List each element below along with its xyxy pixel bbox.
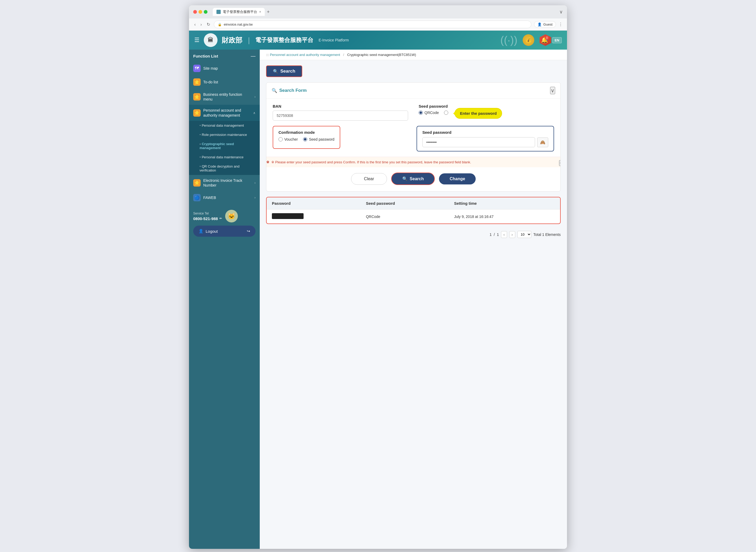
seed-pwd-input-label: Seed password <box>422 130 548 135</box>
address-security-icon: 🔒 <box>218 23 222 26</box>
search-form-panel: 🔍 Search Form ∨ BAN <box>266 82 561 191</box>
sidebar-footer: Service Tel 0800-521-988 ✏ 🐱 👤 Logout ↪ <box>189 204 260 239</box>
breadcrumb-parent-link[interactable]: Personnel account and authority manageme… <box>270 53 340 57</box>
radio-qrcode-input[interactable] <box>419 111 423 115</box>
ban-input[interactable] <box>273 111 408 121</box>
app-header: ☰ 🏛 財政部 ｜ 電子發票整合服務平台 E-Invoice Platform … <box>189 31 567 49</box>
search-tab-label: Search <box>280 68 295 74</box>
radio-voucher-input[interactable] <box>278 137 283 141</box>
address-text: einvoice.nat.gov.tw <box>224 22 253 26</box>
back-btn[interactable]: ‹ <box>193 21 197 28</box>
header-divider: ｜ <box>246 36 252 45</box>
hamburger-menu-icon[interactable]: ☰ <box>194 37 200 43</box>
window-controls <box>193 10 208 14</box>
col-setting-time: Setting time <box>449 197 560 210</box>
radio-seed-input[interactable] <box>303 137 307 141</box>
radio-qrcode-label[interactable]: QRCode <box>419 111 439 115</box>
tab-close-btn[interactable]: × <box>259 10 261 14</box>
page-total-pages: 1 <box>497 233 499 237</box>
close-window-btn[interactable] <box>193 10 197 14</box>
sidebar-item-sitemap[interactable]: 🗺 Site map <box>189 61 260 75</box>
browser-window: 電子發票整合服務平台 × + ∨ ‹ › ↻ 🔒 einvoice.nat.go… <box>189 5 567 549</box>
personnel-arrow-icon: ∧ <box>253 111 256 115</box>
browser-user-profile[interactable]: 👤 Guest <box>534 21 556 28</box>
address-bar[interactable]: 🔒 einvoice.nat.gov.tw <box>214 21 532 28</box>
coin-decoration: 💰 <box>523 34 534 46</box>
wifi-decoration-icon: ((·)) <box>500 34 517 46</box>
sitemap-icon: 🗺 <box>193 64 201 72</box>
minimize-window-btn[interactable] <box>199 10 202 14</box>
header-title-group: 財政部 ｜ 電子發票整合服務平台 E-Invoice Platform <box>222 36 349 45</box>
search-button[interactable]: 🔍 Search <box>391 172 435 185</box>
sidebar-item-business[interactable]: ⭐ Business entity function menu › <box>189 89 260 105</box>
panel-collapse-btn[interactable]: ∨ <box>550 87 555 94</box>
seed-password-field[interactable] <box>422 137 535 147</box>
faweb-icon: 🔵 <box>193 194 201 201</box>
person-icon: 👤 <box>199 229 204 234</box>
edit-tel-icon[interactable]: ✏ <box>219 217 222 220</box>
new-tab-btn[interactable]: + <box>267 9 270 15</box>
col-password: Password <box>267 197 361 210</box>
tel-number: 0800-521-988 <box>193 217 218 221</box>
radio-qrcode-text: QRCode <box>424 111 439 115</box>
faweb-arrow-icon: › <box>254 196 256 199</box>
sidebar-item-personnel[interactable]: ⭐ Personnel account and authority manage… <box>189 105 260 121</box>
radio-seed-text: Seed password <box>309 137 335 141</box>
prev-page-btn[interactable]: ‹ <box>501 231 507 238</box>
table-row: QRCode July 9, 2018 at 16:16:47 <box>267 210 560 224</box>
page-size-select[interactable]: 10 20 50 <box>517 231 531 238</box>
change-button[interactable]: Change <box>439 173 476 184</box>
user-label: Guest <box>543 22 552 26</box>
sidebar-subitem-qr-code[interactable]: QR Code decryption and verification <box>189 162 260 175</box>
sidebar-item-invoice-track[interactable]: ⭐ Electronic Invoice Track Number › <box>189 175 260 191</box>
radio-voucher-label[interactable]: Voucher <box>278 137 298 141</box>
logout-button[interactable]: 👤 Logout ↪ <box>193 226 256 237</box>
warning-asterisk: ※ <box>266 160 269 164</box>
radio-seed-label[interactable]: Seed password <box>303 137 335 141</box>
radio-other-label[interactable] <box>444 111 448 115</box>
sidebar: Function List — 🗺 Site map ⭐ To-do list … <box>189 49 260 549</box>
faweb-label: FAWEB <box>203 195 252 200</box>
page-slash: / <box>494 233 495 237</box>
sidebar-subitem-personal-data2[interactable]: Personal data maintenance <box>189 152 260 162</box>
table-cell-password <box>267 210 361 224</box>
sitemap-label: Site map <box>203 66 256 71</box>
search-panel-header: 🔍 Search Form ∨ <box>266 83 560 99</box>
confirmation-mode-label: Confirmation mode <box>278 130 335 135</box>
search-btn-icon: 🔍 <box>402 176 407 181</box>
active-tab[interactable]: 電子發票整合服務平台 × <box>213 8 265 16</box>
todo-label: To-do list <box>203 80 256 85</box>
warning-close-btn[interactable]: × <box>559 160 561 166</box>
col-seed: Seed password <box>361 197 449 210</box>
ban-label: BAN <box>273 104 408 109</box>
search-form-title-text: Search Form <box>279 88 307 93</box>
sidebar-collapse-btn[interactable]: — <box>251 53 256 59</box>
table-cell-setting-time: July 9, 2018 at 16:16:47 <box>449 210 560 224</box>
sidebar-item-todo[interactable]: ⭐ To-do list <box>189 75 260 89</box>
clear-button[interactable]: Clear <box>351 173 387 185</box>
pagination: 1 / 1 ‹ › 10 20 50 Total 1 Elements <box>266 228 561 241</box>
sidebar-header: Function List — <box>189 49 260 61</box>
reload-btn[interactable]: ↻ <box>206 21 211 28</box>
maximize-window-btn[interactable] <box>204 10 208 14</box>
password-toggle-btn[interactable]: 🙈 <box>537 137 548 147</box>
platform-name: 電子發票整合服務平台 <box>255 36 313 44</box>
browser-more-btn[interactable]: ⋮ <box>558 22 563 27</box>
search-tab-button[interactable]: 🔍 Search <box>266 65 302 77</box>
sidebar-subitem-personal-data[interactable]: Personal data management <box>189 121 260 130</box>
platform-en-name: E-Invoice Platform <box>319 38 349 42</box>
sidebar-item-faweb[interactable]: 🔵 FAWEB › <box>189 191 260 204</box>
language-toggle[interactable]: EN <box>552 37 562 43</box>
business-icon: ⭐ <box>193 93 201 101</box>
notification-bell[interactable]: 🔔 0 <box>541 37 548 43</box>
radio-other-input[interactable] <box>444 111 448 115</box>
next-page-btn[interactable]: › <box>509 231 515 238</box>
results-table: Password Seed password Setting time QRCo… <box>267 197 560 224</box>
browser-menu-btn[interactable]: ∨ <box>559 9 563 15</box>
forward-btn[interactable]: › <box>199 21 203 28</box>
sidebar-subitem-crypto-seed[interactable]: Cryptographic seed management <box>189 139 260 152</box>
content-area: 🔍 Search 🔍 Search Form ∨ <box>260 60 567 246</box>
tab-favicon <box>217 10 221 14</box>
seed-pwd-input-row: 🙈 <box>422 137 548 147</box>
sidebar-subitem-role-permission[interactable]: Role permission maintenance <box>189 130 260 139</box>
